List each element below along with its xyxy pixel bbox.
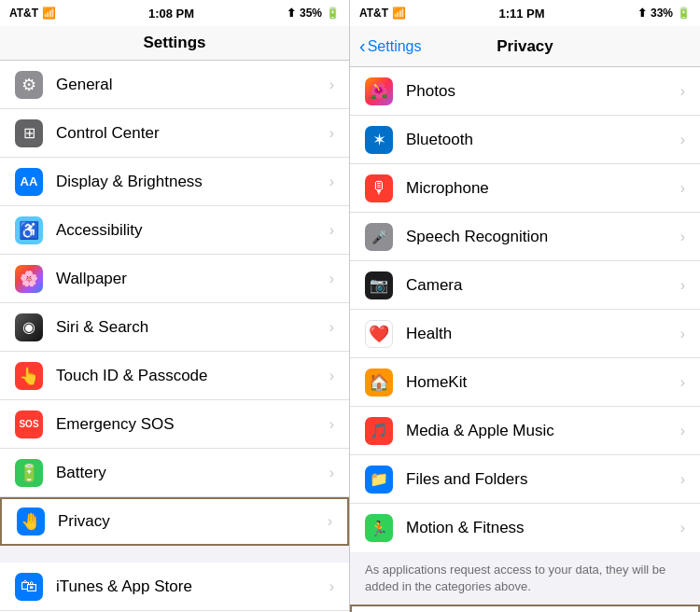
privacy-icon: 🤚 — [17, 508, 45, 536]
privacy-item-photos[interactable]: 🌺 Photos › — [350, 67, 700, 116]
left-time: 1:08 PM — [148, 7, 194, 21]
back-button[interactable]: ‹ Settings — [359, 35, 421, 57]
right-status-right: ⬆ 33% 🔋 — [637, 7, 691, 20]
itunes-label: iTunes & App Store — [56, 577, 329, 596]
homekit-icon: 🏠 — [365, 369, 393, 396]
music-label: Media & Apple Music — [406, 422, 680, 440]
accessibility-chevron: › — [329, 222, 334, 239]
left-settings-list[interactable]: ⚙ General › ⊞ Control Center › AA Displa… — [0, 61, 349, 612]
left-nav-bar: Settings — [0, 26, 349, 61]
right-time: 1:11 PM — [498, 7, 544, 21]
right-status-bar: AT&T 📶 1:11 PM ⬆ 33% 🔋 — [350, 0, 700, 26]
siri-icon: ◉ — [15, 313, 43, 341]
privacy-item-speech[interactable]: 🎤 Speech Recognition › — [350, 213, 700, 261]
privacy-item-microphone[interactable]: 🎙 Microphone › — [350, 164, 700, 213]
privacy-item-bluetooth[interactable]: ✶ Bluetooth › — [350, 116, 700, 164]
wallpaper-icon: 🌸 — [15, 265, 43, 293]
display-icon: AA — [15, 168, 43, 196]
photos-label: Photos — [406, 82, 680, 101]
settings-item-display[interactable]: AA Display & Brightness › — [0, 158, 349, 206]
files-chevron: › — [680, 471, 685, 488]
right-phone-panel: AT&T 📶 1:11 PM ⬆ 33% 🔋 ‹ Settings Privac… — [350, 0, 700, 612]
left-battery: 35% — [300, 7, 322, 20]
left-status-bar: AT&T 📶 1:08 PM ⬆ 35% 🔋 — [0, 0, 349, 26]
privacy-info-box: As applications request access to your d… — [350, 552, 700, 605]
bluetooth-chevron: › — [680, 132, 685, 148]
privacy-item-analytics[interactable]: Analytics › — [350, 605, 700, 612]
settings-item-general[interactable]: ⚙ General › — [0, 61, 349, 109]
motion-chevron: › — [680, 520, 685, 536]
settings-item-siri[interactable]: ◉ Siri & Search › — [0, 303, 349, 352]
sos-icon: SOS — [15, 410, 43, 438]
control-center-chevron: › — [329, 125, 334, 142]
settings-item-privacy[interactable]: 🤚 Privacy › — [0, 497, 349, 546]
itunes-icon: 🛍 — [15, 573, 43, 601]
speech-chevron: › — [680, 229, 685, 245]
privacy-info-text: As applications request access to your d… — [365, 563, 665, 593]
battery-icon: 🔋 — [15, 459, 43, 487]
camera-label: Camera — [406, 276, 680, 295]
health-chevron: › — [680, 326, 685, 342]
privacy-label: Privacy — [58, 512, 328, 531]
left-nav-title: Settings — [143, 34, 205, 52]
control-center-icon: ⊞ — [15, 119, 43, 147]
itunes-chevron: › — [329, 578, 334, 595]
right-battery-icon: 🔋 — [677, 7, 691, 20]
battery-chevron: › — [329, 465, 334, 481]
right-status-left: AT&T 📶 — [359, 7, 406, 20]
privacy-item-motion[interactable]: 🏃 Motion & Fitness › — [350, 504, 700, 552]
right-wifi-icon: 📶 — [392, 7, 406, 20]
privacy-item-music[interactable]: 🎵 Media & Apple Music › — [350, 407, 700, 455]
touchid-icon: 👆 — [15, 362, 43, 390]
sos-label: Emergency SOS — [56, 415, 329, 434]
files-icon: 📁 — [365, 466, 393, 494]
photos-chevron: › — [680, 83, 685, 100]
settings-item-sos[interactable]: SOS Emergency SOS › — [0, 400, 349, 449]
files-label: Files and Folders — [406, 470, 680, 489]
microphone-label: Microphone — [406, 179, 680, 198]
privacy-item-health[interactable]: ❤️ Health › — [350, 310, 700, 358]
wallpaper-label: Wallpaper — [56, 270, 329, 288]
settings-item-wallpaper[interactable]: 🌸 Wallpaper › — [0, 255, 349, 303]
motion-icon: 🏃 — [365, 514, 393, 542]
settings-item-control-center[interactable]: ⊞ Control Center › — [0, 109, 349, 158]
privacy-item-files[interactable]: 📁 Files and Folders › — [350, 455, 700, 504]
general-label: General — [56, 76, 329, 94]
left-phone-panel: AT&T 📶 1:08 PM ⬆ 35% 🔋 Settings ⚙ Genera… — [0, 0, 350, 612]
microphone-chevron: › — [680, 180, 685, 197]
right-carrier: AT&T — [359, 7, 388, 20]
right-settings-list[interactable]: 🌺 Photos › ✶ Bluetooth › 🎙 Microphone › — [350, 67, 700, 612]
settings-item-itunes[interactable]: 🛍 iTunes & App Store › — [0, 563, 349, 611]
health-label: Health — [406, 325, 680, 343]
camera-icon: 📷 — [365, 271, 393, 299]
privacy-chevron: › — [328, 513, 332, 530]
left-section-1: ⚙ General › ⊞ Control Center › AA Displa… — [0, 61, 349, 546]
left-wifi-icon: 📶 — [42, 7, 56, 20]
right-nav-title: Privacy — [497, 37, 553, 56]
battery-label: Battery — [56, 464, 329, 482]
settings-item-accessibility[interactable]: ♿ Accessibility › — [0, 206, 349, 255]
left-nav-icon: ⬆ — [287, 7, 296, 20]
camera-chevron: › — [680, 277, 685, 294]
bluetooth-icon: ✶ — [365, 126, 393, 154]
display-label: Display & Brightness — [56, 173, 329, 191]
general-chevron: › — [329, 76, 334, 93]
left-status-right: ⬆ 35% 🔋 — [287, 7, 340, 20]
health-icon: ❤️ — [365, 320, 393, 348]
back-chevron-icon: ‹ — [359, 35, 366, 57]
display-chevron: › — [329, 174, 334, 190]
control-center-label: Control Center — [56, 124, 329, 143]
left-status-left: AT&T 📶 — [9, 7, 56, 20]
settings-item-touchid[interactable]: 👆 Touch ID & Passcode › — [0, 352, 349, 400]
left-carrier: AT&T — [9, 7, 38, 20]
right-battery: 33% — [651, 7, 673, 20]
privacy-item-camera[interactable]: 📷 Camera › — [350, 261, 700, 310]
siri-label: Siri & Search — [56, 318, 329, 337]
settings-item-battery[interactable]: 🔋 Battery › — [0, 449, 349, 497]
siri-chevron: › — [329, 319, 334, 336]
wallpaper-chevron: › — [329, 271, 334, 287]
left-section-2: 🛍 iTunes & App Store › 💳 Wallet & Apple … — [0, 563, 349, 612]
microphone-icon: 🎙 — [365, 174, 393, 202]
general-icon: ⚙ — [15, 71, 43, 99]
privacy-item-homekit[interactable]: 🏠 HomeKit › — [350, 358, 700, 407]
